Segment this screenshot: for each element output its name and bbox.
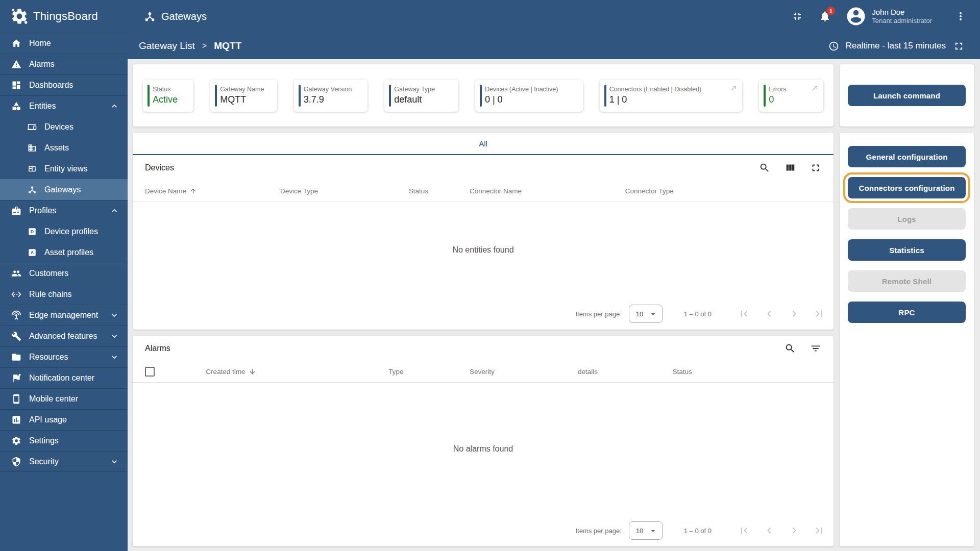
time-window-button[interactable]: Realtime - last 15 minutes bbox=[828, 41, 946, 52]
sidebar-item-entities[interactable]: Entities bbox=[0, 95, 128, 116]
view-columns-icon bbox=[785, 162, 796, 173]
page-size-select[interactable]: 10 bbox=[629, 305, 663, 323]
items-per-page-label: Items per page: bbox=[575, 527, 621, 535]
sidebar-item-rule-chains[interactable]: Rule chains bbox=[0, 284, 128, 305]
sidebar-item-edge-management[interactable]: Edge management bbox=[0, 305, 128, 325]
column-header-connector-type[interactable]: Connector Type bbox=[625, 187, 821, 195]
chevron-down-icon[interactable] bbox=[109, 352, 119, 362]
breadcrumb-bar: Gateway List > MQTT Realtime - last 15 m… bbox=[128, 33, 980, 59]
sidebar-item-security[interactable]: Security bbox=[0, 451, 128, 472]
column-header-connector-name[interactable]: Connector Name bbox=[470, 187, 625, 195]
tab-all-label: All bbox=[479, 139, 487, 148]
asset-profile-icon: A bbox=[28, 248, 37, 257]
devices-table-header: Device Name Device Type Status Connector… bbox=[133, 181, 834, 202]
last-page-button[interactable] bbox=[813, 308, 825, 320]
column-header-status[interactable]: Status bbox=[409, 187, 470, 195]
previous-page-button[interactable] bbox=[763, 524, 775, 537]
select-all-checkbox[interactable] bbox=[145, 367, 155, 377]
column-label: Device Name bbox=[145, 187, 186, 195]
avatar[interactable] bbox=[845, 6, 867, 27]
devices-columns-button[interactable] bbox=[785, 162, 796, 173]
sidebar-item-asset-profiles[interactable]: A Asset profiles bbox=[0, 242, 128, 263]
open-link-icon[interactable] bbox=[811, 84, 819, 92]
column-label: Status bbox=[673, 368, 692, 375]
column-header-details[interactable]: details bbox=[578, 368, 673, 375]
launch-command-button[interactable]: Launch command bbox=[848, 85, 966, 106]
chevron-up-icon[interactable] bbox=[109, 101, 119, 111]
column-label: details bbox=[578, 368, 598, 375]
clock-icon bbox=[828, 41, 839, 52]
gateway-metrics-panel: Status Active Gateway Name MQTT Gateway … bbox=[133, 64, 834, 127]
rpc-button[interactable]: RPC bbox=[848, 302, 966, 323]
connectors-configuration-button[interactable]: Connectors configuration bbox=[848, 177, 966, 198]
sidebar-item-resources[interactable]: Resources bbox=[0, 346, 128, 367]
sidebar-item-advanced-features[interactable]: Advanced features bbox=[0, 325, 128, 346]
first-page-button[interactable] bbox=[738, 524, 750, 537]
metric-card-gateway-type: Gateway Type default bbox=[384, 80, 458, 112]
first-page-button[interactable] bbox=[738, 308, 750, 320]
alarms-search-button[interactable] bbox=[785, 343, 796, 354]
sidebar-item-notification-center[interactable]: Notification center bbox=[0, 367, 128, 388]
toggle-fullscreen-button[interactable] bbox=[791, 10, 803, 22]
next-page-button[interactable] bbox=[788, 524, 800, 537]
more-menu-button[interactable] bbox=[954, 10, 967, 22]
metric-label: Devices (Active | Inactive) bbox=[485, 86, 583, 93]
alarms-table-header: Created time Type Severity details Statu… bbox=[133, 361, 834, 383]
alarms-pagination: Items per page: 10 1 – 0 of 0 bbox=[133, 515, 834, 546]
chevron-down-icon[interactable] bbox=[109, 310, 119, 320]
topbar: Gateways 1 John Doe Tenant administrator bbox=[128, 0, 980, 33]
sidebar-item-settings[interactable]: Settings bbox=[0, 430, 128, 451]
sidebar-item-devices[interactable]: Devices bbox=[0, 116, 128, 137]
devices-empty-state: No entities found bbox=[133, 202, 834, 298]
devices-search-button[interactable] bbox=[759, 162, 770, 173]
gateways-icon bbox=[144, 11, 156, 22]
open-link-icon[interactable] bbox=[730, 84, 738, 92]
breadcrumb-parent[interactable]: Gateway List bbox=[139, 40, 195, 52]
sidebar-item-api-usage[interactable]: API usage bbox=[0, 409, 128, 430]
tab-all[interactable]: All bbox=[133, 133, 834, 155]
brand-logo[interactable]: ThingsBoard bbox=[0, 0, 128, 33]
sidebar-item-label: Mobile center bbox=[29, 394, 78, 404]
last-page-button[interactable] bbox=[813, 524, 825, 537]
column-header-severity[interactable]: Severity bbox=[470, 368, 578, 375]
mobile-center-icon bbox=[11, 394, 21, 404]
sidebar-item-device-profiles[interactable]: D Device profiles bbox=[0, 221, 128, 242]
next-page-button[interactable] bbox=[788, 308, 800, 320]
sidebar-item-gateways[interactable]: Gateways bbox=[0, 179, 128, 200]
sidebar-item-dashboards[interactable]: Dashboards bbox=[0, 74, 128, 95]
alarms-filter-button[interactable] bbox=[810, 343, 821, 354]
fullscreen-exit-icon bbox=[791, 10, 803, 22]
launch-command-card: Launch command bbox=[840, 64, 974, 127]
statistics-button[interactable]: Statistics bbox=[848, 239, 966, 261]
previous-page-button[interactable] bbox=[763, 308, 775, 320]
sidebar-item-customers[interactable]: Customers bbox=[0, 263, 128, 284]
dashboard-fullscreen-button[interactable] bbox=[953, 40, 965, 52]
sidebar-item-alarms[interactable]: Alarms bbox=[0, 54, 128, 74]
chevron-down-icon[interactable] bbox=[109, 331, 119, 341]
column-header-created-time[interactable]: Created time bbox=[206, 368, 388, 375]
metric-card-errors: Errors 0 bbox=[759, 80, 823, 112]
column-header-device-name[interactable]: Device Name bbox=[145, 187, 280, 195]
resources-icon bbox=[11, 352, 21, 362]
gateway-actions-card: General configuration Connectors configu… bbox=[840, 133, 974, 546]
page-size-select[interactable]: 10 bbox=[629, 521, 663, 540]
topbar-actions: 1 John Doe Tenant administrator bbox=[791, 6, 967, 27]
devices-fullscreen-button[interactable] bbox=[810, 162, 821, 173]
column-header-status[interactable]: Status bbox=[673, 368, 822, 375]
column-header-device-type[interactable]: Device Type bbox=[280, 187, 409, 195]
general-configuration-button[interactable]: General configuration bbox=[848, 146, 966, 167]
column-header-type[interactable]: Type bbox=[388, 368, 470, 375]
thingsboard-logo-icon bbox=[10, 7, 29, 26]
fullscreen-icon bbox=[953, 40, 965, 52]
alarms-panel-title: Alarms bbox=[145, 344, 170, 353]
sidebar-item-mobile-center[interactable]: Mobile center bbox=[0, 388, 128, 409]
sidebar-item-profiles[interactable]: Profiles bbox=[0, 200, 128, 221]
chevron-down-icon[interactable] bbox=[109, 457, 119, 467]
notifications-button[interactable]: 1 bbox=[819, 10, 831, 22]
page-size-value: 10 bbox=[636, 310, 643, 318]
alarms-panel-header: Alarms bbox=[133, 336, 834, 361]
sidebar-item-entity-views[interactable]: Entity views bbox=[0, 158, 128, 179]
sidebar-item-assets[interactable]: Assets bbox=[0, 137, 128, 158]
sidebar-item-home[interactable]: Home bbox=[0, 33, 128, 54]
chevron-up-icon[interactable] bbox=[109, 206, 119, 216]
